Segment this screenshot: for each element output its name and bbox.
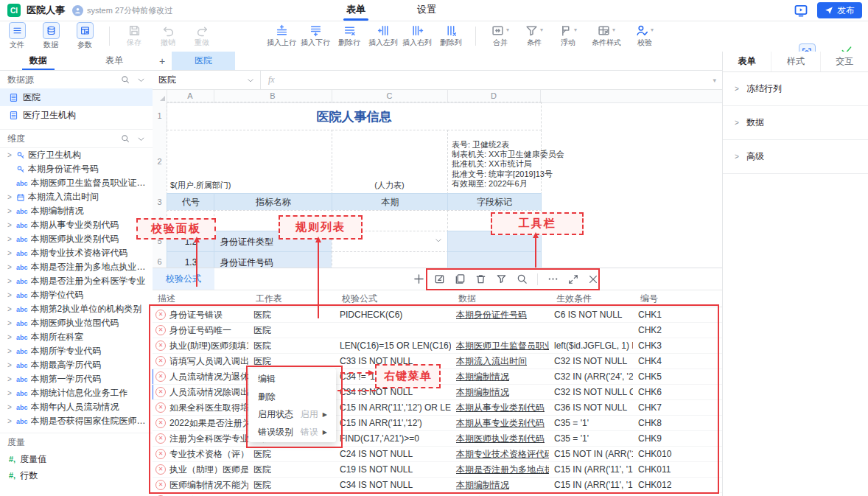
more-icon[interactable] — [547, 273, 559, 284]
column-header[interactable]: D — [447, 90, 541, 102]
cell-a4[interactable] — [167, 210, 215, 232]
preview-icon[interactable] — [794, 3, 808, 18]
close-panel-icon[interactable] — [588, 274, 598, 284]
data-field-link[interactable]: 本期编制情况 — [456, 387, 509, 397]
expand-chevron-icon[interactable]: > — [6, 291, 13, 299]
redo-button[interactable]: 重做 — [185, 24, 219, 48]
expand-chevron-icon[interactable]: > — [6, 207, 13, 215]
dimension-item[interactable]: > abc 本期从事专业类别代码 — [0, 218, 153, 232]
delete-col-button[interactable]: 删除列 — [434, 24, 468, 48]
menu-item-delete[interactable]: 删除 — [249, 388, 336, 405]
expand-chevron-icon[interactable]: > — [6, 319, 13, 327]
cell-d4[interactable] — [447, 210, 542, 232]
dimension-item[interactable]: > abc 本期统计信息化业务工作 — [0, 386, 153, 400]
dimension-item[interactable]: > abc 本期是否注册为全科医学专业 — [0, 274, 153, 288]
right-tab-form[interactable]: 表单 — [723, 52, 771, 71]
cell-b5[interactable]: 身份证件类型 — [214, 231, 339, 253]
expand-chevron-icon[interactable]: > — [6, 249, 13, 257]
data-button[interactable]: 数据 — [34, 22, 68, 50]
validate-button[interactable]: ▾ 校验 — [628, 24, 662, 48]
column-header[interactable]: C — [332, 90, 448, 102]
cell-a5[interactable]: 1.2 — [167, 231, 215, 253]
rule-row[interactable]: ✕ 如果全科医生取得培训合格 医院 C15 IN ARR('11','12') … — [153, 400, 722, 416]
dimension-item[interactable]: > abc 本期学位代码 — [0, 288, 153, 302]
collapse-chevron-icon[interactable] — [137, 135, 145, 143]
data-field-link[interactable]: 本期专业技术资格评代码 — [456, 449, 549, 459]
chevron-down-icon[interactable]: ▾ — [506, 27, 509, 33]
data-field-link[interactable]: 本期医师卫生监督员职业证书 — [456, 340, 549, 351]
row-number[interactable]: 4 — [153, 210, 167, 231]
dimension-item[interactable]: > abc 本期是否注册为多地点执业医师 — [0, 260, 153, 274]
section-advanced[interactable]: >高级 — [723, 140, 868, 174]
validation-formula-tab[interactable]: 校验公式 — [153, 268, 214, 290]
header-cell-name[interactable]: 指标名称 — [214, 193, 333, 212]
row-number[interactable]: 3 — [153, 193, 167, 211]
right-tab-interaction[interactable]: 交互 — [821, 52, 868, 71]
expand-chevron-icon[interactable]: > — [6, 375, 13, 383]
conditional-style-button[interactable]: ▾ 条件样式 — [585, 24, 628, 48]
dimension-item[interactable]: > abc 本期是否获得国家住院医师规范... — [0, 414, 153, 428]
insert-col-left-button[interactable]: 插入左列 — [366, 24, 400, 48]
measure-item[interactable]: #, 度量值 — [0, 451, 153, 467]
rule-row[interactable]: ✕ 注册为全科医学专业为是 医院 FIND(C17,'A21')>=0 本期医师… — [153, 431, 722, 447]
rule-row[interactable]: ✕ 执业（助理）医师是否注册 医院 C19 IS NOT NULL 本期是否注册… — [153, 462, 722, 478]
rule-row[interactable]: ✕ 人员流动情况除调出人员 医院 C34 IS NOT NULL 本期编制情况 … — [153, 385, 722, 400]
data-field-link[interactable]: 本期是否注册为多地点执业医 — [456, 464, 549, 475]
collapse-chevron-icon[interactable] — [137, 76, 145, 84]
expand-chevron-icon[interactable]: > — [6, 235, 13, 243]
dimension-item[interactable]: > abc 本期所学专业代码 — [0, 344, 153, 358]
data-field-link[interactable]: 本期身份证件号码 — [456, 310, 527, 320]
expand-chevron-icon[interactable]: > — [6, 389, 13, 397]
undo-button[interactable]: 撤销 — [151, 24, 185, 48]
file-button[interactable]: 文件 — [0, 22, 34, 50]
cell-c4[interactable] — [332, 210, 449, 232]
right-tab-style[interactable]: 样式 — [771, 52, 820, 71]
search-icon[interactable] — [121, 134, 130, 143]
expand-chevron-icon[interactable]: > — [6, 347, 13, 355]
insert-col-right-button[interactable]: 插入右列 — [400, 24, 434, 48]
section-data[interactable]: >数据 — [723, 106, 868, 140]
dimension-item[interactable]: > abc 本期编制情况 — [0, 204, 153, 218]
data-field-link[interactable]: 本期医师执业类别代码 — [456, 433, 545, 444]
chevron-down-icon[interactable] — [247, 77, 254, 84]
rule-row[interactable]: ✕ 身份证号错误 医院 PIDCHECK(C6) 本期身份证件号码 C6 IS … — [153, 307, 722, 323]
data-field-link[interactable]: 本期从事专业类别代码 — [456, 418, 545, 428]
header-cell-code[interactable]: 代号 — [167, 193, 215, 212]
dimension-item[interactable]: > abc 本期第一学历代码 — [0, 372, 153, 386]
tab-settings[interactable]: 设置 — [417, 0, 436, 21]
expand-chevron-icon[interactable]: > — [6, 361, 13, 369]
insert-row-above-button[interactable]: 插入上行 — [265, 24, 298, 48]
cell-name-box[interactable]: 医院 — [153, 71, 261, 89]
add-rule-icon[interactable] — [413, 273, 424, 284]
edit-rule-icon[interactable] — [434, 273, 445, 284]
data-field-link[interactable]: 本期编制情况 — [456, 480, 509, 490]
search-rules-icon[interactable] — [517, 273, 528, 284]
sidebar-tab-form[interactable]: 表单 — [77, 52, 153, 70]
search-icon[interactable] — [121, 75, 130, 84]
dimension-item[interactable]: abc 本期医师卫生监督员职业证书编码 — [0, 176, 153, 190]
datasource-item[interactable]: 医疗卫生机构 — [0, 106, 153, 124]
expand-chevron-icon[interactable]: > — [6, 277, 13, 285]
menu-item-enable-state[interactable]: 启用状态 启用▶ — [249, 405, 336, 423]
rule-row[interactable]: ✕ 2022如果是否注册为全科 医院 C15 IN ARR('11','12')… — [153, 416, 722, 431]
delete-row-button[interactable]: 删除行 — [332, 24, 366, 48]
expand-chevron-icon[interactable]: > — [6, 403, 13, 411]
header-cell-field[interactable]: 字段标记 — [447, 193, 542, 212]
delete-rule-icon[interactable] — [475, 273, 486, 284]
formula-collapse-icon[interactable]: ▾ — [713, 77, 716, 84]
expand-chevron-icon[interactable]: > — [6, 151, 13, 159]
filter-rules-icon[interactable] — [496, 273, 507, 284]
row-number[interactable]: 2 — [153, 130, 167, 194]
data-field-link[interactable]: 本期编制情况 — [456, 371, 509, 382]
insert-row-below-button[interactable]: 插入下行 — [298, 24, 332, 48]
save-button[interactable]: 保存 — [117, 24, 151, 48]
chevron-down-icon[interactable]: ▾ — [651, 27, 654, 33]
cell-d5[interactable] — [447, 231, 542, 253]
chevron-down-icon[interactable]: ▾ — [574, 27, 577, 33]
rule-row[interactable]: ✕ 专业技术资格（评）名称 医院 C24 IS NOT NULL 本期专业技术资… — [153, 447, 722, 462]
datasource-item[interactable]: 医院 — [0, 88, 153, 106]
add-sheet-button[interactable]: + — [153, 55, 172, 67]
rule-row[interactable]: ✕ 医师编制情况不能为空 医院 C34 IS NOT NULL 本期编制情况 C… — [153, 493, 722, 496]
dimension-item[interactable]: > abc 本期所在科室 — [0, 330, 153, 344]
chevron-down-icon[interactable]: ▾ — [612, 27, 615, 33]
